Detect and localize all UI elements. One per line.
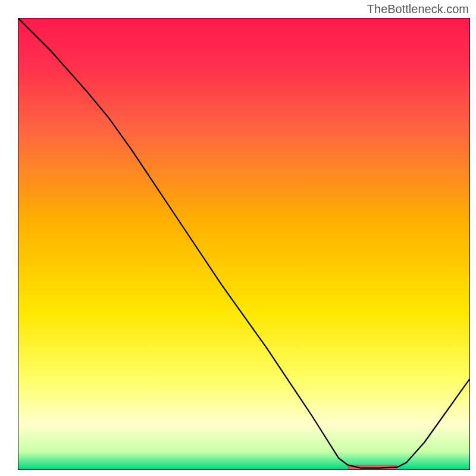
watermark: TheBottleneck.com — [367, 2, 469, 16]
chart-area — [18, 18, 470, 470]
gradient-background — [18, 18, 469, 469]
chart-svg — [18, 18, 469, 469]
